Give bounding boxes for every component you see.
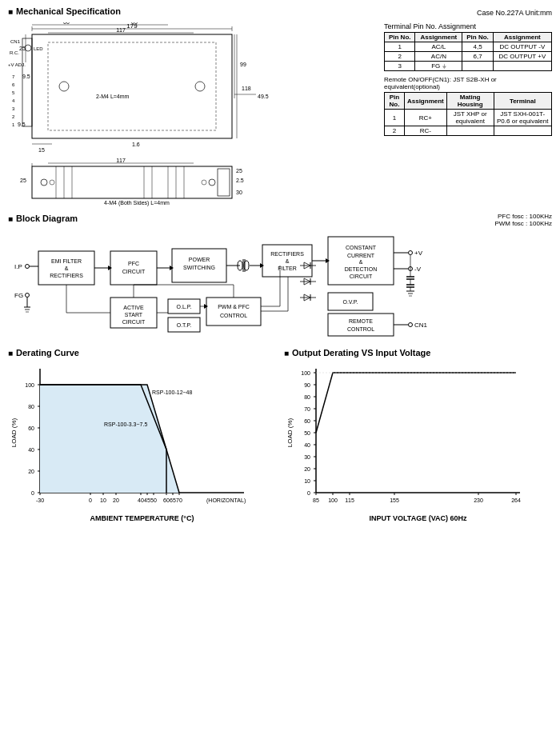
svg-point-150: [409, 323, 413, 327]
svg-text:0: 0: [307, 490, 310, 496]
derating-chart-svg: LOAD (%) 0 20 40 60 80 100: [8, 361, 256, 521]
svg-text:60: 60: [63, 22, 70, 25]
svg-text:R.C.: R.C.: [10, 50, 19, 55]
svg-text:2: 2: [12, 114, 15, 119]
svg-text:REMOTE: REMOTE: [349, 318, 373, 324]
pfc-pwm-info: PFC fosc : 100KHz PWM fosc : 100KHz: [494, 213, 552, 227]
svg-text:4: 4: [12, 98, 15, 103]
block-diagram-svg: I.P FG EMI FILTER & RECTIFIERS: [8, 227, 552, 343]
svg-text:5: 5: [12, 90, 15, 95]
svg-text:CN1: CN1: [10, 39, 21, 44]
svg-text:I.P: I.P: [14, 263, 22, 270]
svg-point-64: [26, 265, 30, 269]
pin-table2: Pin No. Assignment Mating Housing Termin…: [384, 92, 552, 136]
svg-text:49.5: 49.5: [258, 94, 269, 99]
pin-tables: Terminal Pin No. Assignment Pin No. Assi…: [384, 22, 552, 208]
svg-text:155: 155: [390, 497, 399, 503]
svg-text:PWM & PFC: PWM & PFC: [218, 304, 250, 310]
derating-curve-section: Derating Curve LOAD (%) 0 20 40: [8, 348, 276, 522]
svg-text:1: 1: [12, 122, 15, 127]
svg-text:80: 80: [28, 404, 34, 409]
svg-rect-41: [32, 166, 232, 198]
svg-text:0: 0: [31, 490, 34, 496]
svg-text:3: 3: [12, 106, 15, 111]
bottom-sections: Derating Curve LOAD (%) 0 20 40: [8, 348, 552, 522]
table-row: 1 RC+ JST XHP or equivalent JST SXH-001T…: [385, 110, 552, 126]
svg-marker-195: [40, 385, 179, 493]
svg-text:O.T.P.: O.T.P.: [177, 322, 192, 328]
svg-point-59: [50, 180, 54, 185]
svg-text:100: 100: [25, 382, 34, 388]
svg-text:LOAD (%): LOAD (%): [286, 417, 294, 447]
svg-text:60: 60: [163, 497, 170, 503]
svg-text:CONTROL: CONTROL: [220, 313, 247, 318]
svg-text:20: 20: [28, 469, 34, 474]
pin-table1-header-4: Assignment: [493, 33, 551, 42]
svg-text:40: 40: [28, 447, 34, 453]
svg-text:117: 117: [116, 27, 126, 33]
svg-text:45: 45: [144, 497, 150, 503]
svg-text:80: 80: [304, 394, 310, 400]
pin-table2-title: Remote ON/OFF(CN1): JST S2B-XH or equiva…: [384, 76, 552, 90]
svg-text:7: 7: [12, 74, 15, 79]
svg-text:RECTIFIERS: RECTIFIERS: [270, 251, 304, 257]
mechanical-svg: 179 60 65 117 25 99 118 9.5: [8, 22, 352, 206]
svg-point-61: [202, 180, 206, 185]
svg-text:20: 20: [113, 497, 119, 503]
svg-text:90: 90: [304, 382, 310, 388]
pin-table1-header-2: Assignment: [415, 33, 462, 42]
pin-table1-title: Terminal Pin No. Assignment: [384, 22, 552, 30]
svg-text:&: &: [286, 258, 290, 264]
svg-text:15: 15: [38, 147, 45, 153]
table-row: 1 AC/L 4,5 DC OUTPUT -V: [385, 42, 552, 52]
svg-text:1.6: 1.6: [132, 142, 140, 147]
svg-rect-0: [32, 34, 232, 138]
svg-text:(HORIZONTAL): (HORIZONTAL): [206, 497, 246, 504]
svg-text:230: 230: [474, 497, 483, 503]
mech-spec-section: 179 60 65 117 25 99 118 9.5: [8, 22, 552, 208]
svg-text:LED: LED: [34, 46, 43, 51]
output-derating-section: Output Derating VS Input Voltage LOAD (%…: [284, 348, 552, 522]
svg-text:65: 65: [170, 497, 176, 503]
svg-point-60: [209, 179, 215, 186]
svg-text:LOAD (%): LOAD (%): [10, 417, 18, 447]
pin-table1: Pin No. Assignment Pin No. Assignment 1 …: [384, 32, 552, 71]
output-derating-chart-svg: LOAD (%) 0 10 20 30 40 50 60: [284, 361, 532, 521]
svg-point-34: [195, 82, 205, 91]
svg-text:RSP-100-12~48: RSP-100-12~48: [152, 389, 193, 395]
svg-text:40: 40: [304, 442, 310, 448]
svg-text:30: 30: [236, 190, 242, 195]
table-row: 2 AC/N 6,7 DC OUTPUT +V: [385, 52, 552, 62]
svg-text:117: 117: [116, 158, 126, 163]
mech-spec-title: Mechanical Specification: [16, 6, 121, 16]
svg-text:+V ADJ.: +V ADJ.: [8, 62, 26, 67]
svg-text:100: 100: [301, 370, 310, 376]
svg-rect-1: [48, 42, 216, 130]
svg-text:40: 40: [138, 497, 144, 503]
svg-rect-134: [206, 298, 261, 326]
svg-text:CONSTANT: CONSTANT: [346, 245, 377, 250]
svg-text:50: 50: [304, 430, 310, 436]
svg-text:264: 264: [511, 497, 521, 503]
block-diagram-area: I.P FG EMI FILTER & RECTIFIERS: [8, 227, 552, 343]
svg-text:RECTIFIERS: RECTIFIERS: [50, 273, 83, 278]
svg-point-67: [26, 294, 30, 298]
block-diagram-header: Block Diagram: [8, 214, 78, 223]
svg-text:50: 50: [150, 497, 157, 503]
svg-text:&: &: [65, 266, 69, 271]
svg-text:-30: -30: [36, 497, 44, 503]
svg-point-58: [41, 179, 47, 186]
pin-table1-header-1: Pin No.: [385, 33, 415, 42]
svg-rect-146: [328, 314, 394, 336]
svg-text:60: 60: [304, 418, 310, 424]
svg-text:70: 70: [304, 406, 310, 412]
svg-text:100: 100: [328, 497, 338, 503]
svg-text:70: 70: [176, 497, 182, 503]
svg-text:6: 6: [12, 82, 15, 87]
svg-text:CONTROL: CONTROL: [347, 326, 374, 332]
svg-text:CURRENT: CURRENT: [347, 253, 375, 258]
svg-text:CIRCUIT: CIRCUIT: [122, 319, 146, 325]
case-info: Case No.227A Unit:mm: [477, 9, 552, 17]
svg-text:10: 10: [304, 478, 310, 484]
svg-text:START: START: [125, 312, 143, 318]
